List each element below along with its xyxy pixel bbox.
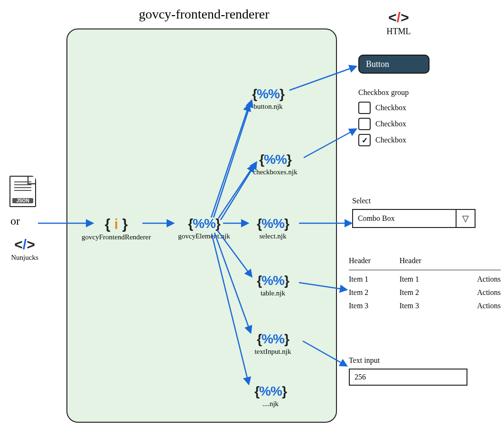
template-button-njk: {%%} button.njk	[240, 86, 297, 111]
checkbox-label: Checkbox	[375, 136, 406, 144]
nunjucks-label: Nunjucks	[5, 254, 45, 262]
checkbox-label: Checkbox	[375, 120, 406, 128]
output-table: Header Header Item 1 Item 1 Actions Item…	[349, 256, 501, 315]
template-checkboxes-njk: {%%} checkboxes.njk	[240, 152, 311, 176]
template-textinput-njk: {%%} textInput.njk	[240, 332, 306, 356]
dispatcher-node: {%%} govcyElement.njk	[168, 216, 240, 240]
checkbox-label: Checkbox	[375, 104, 406, 112]
select-value: Combo Box	[353, 214, 456, 223]
table-header	[450, 256, 501, 265]
checkbox-box-icon	[358, 118, 371, 130]
table-row: Item 2 Item 2 Actions	[349, 288, 501, 297]
dispatcher-label: govcyElement.njk	[168, 232, 240, 240]
output-button[interactable]: Button	[358, 55, 429, 74]
textinput-field[interactable]: 256	[349, 369, 467, 386]
checkbox-box-icon: ✓	[358, 134, 371, 146]
diagram-title: govcy-frontend-renderer	[71, 7, 337, 22]
checkbox-3[interactable]: ✓ Checkbox	[358, 134, 453, 146]
output-select: Select Combo Box ▽	[352, 197, 476, 228]
chevron-down-icon: ▽	[456, 209, 475, 227]
textinput-value: 256	[355, 373, 366, 381]
table-header: Header	[400, 256, 450, 265]
checkbox-2[interactable]: Checkbox	[358, 118, 453, 130]
table-row: Item 3 Item 3 Actions	[349, 302, 501, 310]
renderer-entry-label: govcyFrontendRenderer	[71, 233, 161, 241]
template-table-njk: {%%} table.njk	[244, 273, 301, 297]
checkbox-1[interactable]: Checkbox	[358, 102, 453, 114]
table-header: Header	[349, 256, 400, 265]
json-file-icon: JSON	[9, 176, 36, 209]
or-text: or	[10, 215, 20, 227]
checkbox-legend: Checkbox group	[358, 88, 453, 97]
select-combo[interactable]: Combo Box ▽	[352, 209, 476, 228]
checkbox-box-icon	[358, 102, 371, 114]
template-select-njk: {%%} select.njk	[244, 216, 301, 240]
textinput-legend: Text input	[349, 356, 467, 365]
nunjucks-icon: </> Nunjucks	[5, 237, 45, 262]
template-more-njk: {%%} ....njk	[242, 384, 299, 408]
output-checkbox-group: Checkbox group Checkbox Checkbox ✓ Check…	[358, 88, 453, 150]
select-legend: Select	[352, 197, 476, 205]
output-button-label: Button	[366, 59, 389, 69]
html-icon: </> HTML	[377, 9, 420, 37]
renderer-entry-node: { i } govcyFrontendRenderer	[71, 216, 161, 241]
table-row: Item 1 Item 1 Actions	[349, 275, 501, 284]
output-textinput: Text input 256	[349, 356, 467, 386]
